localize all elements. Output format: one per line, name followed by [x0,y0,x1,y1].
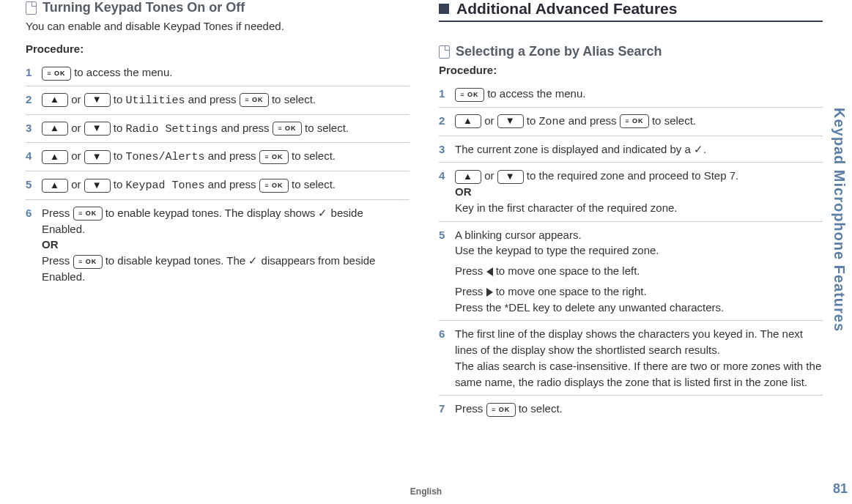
step-body: ▲ or ▼ to Radio Settings and press ≡ OK … [42,120,410,138]
step-body: ▲ or ▼ to Utilities and press ≡ OK to se… [42,92,410,109]
page-number: 81 [833,481,848,497]
right-column: Additional Advanced Features Selecting a… [424,0,823,504]
step-body: Press ≡ OK to select. [455,401,823,417]
step-body: ▲ or ▼ to the required zone and proceed … [455,168,823,215]
down-key-icon: ▼ [497,170,524,184]
left-title-text: Turning Keypad Tones On or Off [42,0,245,15]
t: to [111,178,126,190]
down-key-icon: ▼ [84,93,111,107]
t: Press [455,264,486,277]
step-body: ▲ or ▼ to Tones/Alerts and press ≡ OK to… [42,148,410,166]
up-key-icon: ▲ [42,179,68,193]
step-number: 1 [26,64,42,81]
right-sub-text: Selecting a Zone by Alias Search [456,44,662,59]
step-row: 6 Press ≡ OK to enable keypad tones. The… [26,200,410,290]
ok-key-icon: ≡ OK [73,207,103,220]
menu-item: Zone [539,116,566,128]
t: to select. [289,178,336,190]
up-key-icon: ▲ [42,150,68,164]
t: Key in the first character of the requir… [455,201,678,214]
step-number: 1 [439,86,455,102]
ok-key-icon: ≡ OK [42,67,71,81]
t: to the required zone and proceed to Step… [524,169,739,182]
step-number: 4 [26,148,42,166]
t: to select. [649,114,696,127]
step-row: 2 ▲ or ▼ to Zone and press ≡ OK to selec… [439,108,823,136]
menu-item: Utilities [126,94,185,107]
menu-item: Keypad Tones [126,179,205,192]
ok-key-icon: ≡ OK [455,88,484,102]
step-body: Press ≡ OK to enable keypad tones. The d… [42,205,410,285]
t: or [68,122,84,134]
step-row: 1 ≡ OK to access the menu. [439,81,823,108]
step-number: 2 [439,113,455,130]
step-row: 3 The current zone is displayed and indi… [439,136,823,163]
t: to [111,93,126,105]
down-key-icon: ▼ [84,150,111,164]
t: to [524,114,539,127]
t: or [481,169,497,182]
ok-key-icon: ≡ OK [240,93,269,107]
t: The first line of the display shows the … [455,327,803,356]
menu-item: Tones/Alerts [126,151,205,163]
step-number: 3 [26,120,42,138]
t: to [111,149,126,162]
t: to select. [516,402,563,415]
t: or [481,114,497,127]
up-key-icon: ▲ [455,114,481,128]
step-body: ≡ OK to access the menu. [455,86,823,102]
t: to access the menu. [484,87,585,100]
step-body: ≡ OK to access the menu. [42,64,410,81]
t: to [111,122,126,134]
t: to select. [289,149,336,162]
t: Press [455,402,486,415]
t: to select. [269,93,316,105]
ok-key-icon: ≡ OK [620,114,649,128]
step-row: 6 The first line of the display shows th… [439,321,823,396]
step-row: 2 ▲ or ▼ to Utilities and press ≡ OK to … [26,86,410,115]
down-key-icon: ▼ [84,122,111,136]
step-number: 6 [439,326,455,390]
note-icon [26,1,37,15]
or-label: OR [455,185,472,198]
left-steps: 1 ≡ OK to access the menu. 2 ▲ or ▼ to U… [26,59,410,290]
heading-rule [439,21,823,22]
t: Press the *DEL key to delete any unwante… [455,301,724,314]
side-tab: Keypad Microphone Features [827,0,851,440]
step-number: 3 [439,141,455,158]
square-bullet-icon [439,4,449,14]
left-arrow-icon [486,267,493,276]
right-steps: 1 ≡ OK to access the menu. 2 ▲ or ▼ to Z… [439,81,823,422]
step-number: 5 [439,227,455,316]
page-content: Turning Keypad Tones On or Off You can e… [0,0,852,504]
step-number: 6 [26,205,42,285]
t: and press [185,93,240,105]
up-key-icon: ▲ [42,93,68,107]
t: and press [205,149,259,162]
ok-key-icon: ≡ OK [73,255,103,269]
left-intro: You can enable and disable Keypad Tones … [26,20,410,32]
up-key-icon: ▲ [42,122,68,136]
footer-language: English [410,486,442,497]
step-body: A blinking cursor appears. Use the keypa… [455,227,823,316]
t: or [68,93,84,105]
step-row: 7 Press ≡ OK to select. [439,396,823,422]
down-key-icon: ▼ [84,179,111,193]
t: Press [455,285,486,297]
ok-key-icon: ≡ OK [259,150,289,164]
right-sub-title: Selecting a Zone by Alias Search [439,44,823,59]
step-row: 4 ▲ or ▼ to the required zone and procee… [439,163,823,221]
t: The alias search is case-insensitive. If… [455,360,821,388]
t: to move one space to the right. [493,285,647,297]
t: A blinking cursor appears. [455,229,582,241]
step-number: 7 [439,401,455,417]
step-body: The current zone is displayed and indica… [455,141,823,158]
left-column: Turning Keypad Tones On or Off You can e… [26,0,424,504]
down-key-icon: ▼ [497,114,524,128]
procedure-label: Procedure: [439,64,823,76]
step-number: 2 [26,92,42,109]
ok-key-icon: ≡ OK [259,179,289,193]
or-label: OR [42,238,59,251]
t: The current zone is displayed and indica… [455,143,706,155]
step-text: to access the menu. [71,66,172,78]
